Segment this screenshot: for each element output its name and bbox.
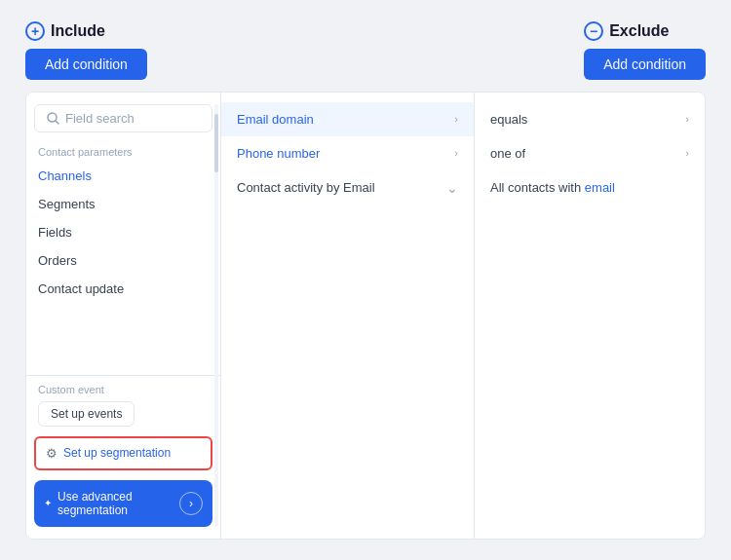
right-panel: equals › one of › All contacts with emai… [475, 93, 705, 539]
custom-event-label: Custom event [26, 384, 220, 395]
option-equals[interactable]: equals › [475, 102, 705, 136]
search-placeholder: Field search [65, 111, 135, 126]
left-sidebar: Field search Contact parameters Channels… [26, 93, 221, 539]
email-domain-label: Email domain [237, 112, 314, 127]
arrow-circle-icon: › [179, 492, 203, 515]
svg-line-1 [56, 121, 58, 124]
sidebar-item-orders[interactable]: Orders [26, 246, 220, 275]
exclude-title: − Exclude [584, 21, 669, 41]
option-one-of[interactable]: one of › [475, 136, 705, 170]
contact-activity-label: Contact activity by Email [237, 180, 375, 195]
field-email-domain[interactable]: Email domain › [221, 102, 474, 136]
main-panel: Field search Contact parameters Channels… [25, 92, 706, 540]
advanced-segmentation-button[interactable]: ✦ Use advanced segmentation › [34, 480, 212, 527]
set-up-segmentation-button[interactable]: ⚙ Set up segmentation [34, 436, 212, 470]
sidebar-item-contact-update[interactable]: Contact update [26, 275, 220, 303]
exclude-icon: − [584, 21, 603, 41]
contact-params-label: Contact parameters [26, 146, 220, 158]
sparkle-icon: ✦ [44, 498, 52, 508]
include-title: + Include [25, 21, 105, 41]
one-of-chevron: › [685, 147, 689, 159]
equals-chevron: › [685, 113, 689, 125]
include-label: Include [51, 22, 105, 40]
all-contacts-text: All contacts with email [475, 170, 705, 205]
sidebar-item-fields[interactable]: Fields [26, 218, 220, 246]
segmentation-label: Set up segmentation [63, 446, 171, 460]
middle-panel: Email domain › Phone number › Contact ac… [221, 93, 475, 539]
exclude-section: − Exclude Add condition [584, 21, 706, 80]
contact-activity-expand-icon: ⌄ [446, 180, 458, 196]
search-box-container[interactable]: Field search [34, 104, 212, 132]
include-section: + Include Add condition [25, 21, 147, 80]
gear-icon: ⚙ [46, 446, 58, 461]
advanced-btn-line1: Use advanced [58, 490, 133, 504]
advanced-btn-line2: segmentation [58, 504, 133, 517]
scroll-thumb [214, 114, 218, 172]
field-phone-number[interactable]: Phone number › [221, 136, 474, 170]
phone-number-chevron: › [454, 147, 458, 159]
sidebar-item-channels[interactable]: Channels [26, 162, 220, 190]
sidebar-item-segments[interactable]: Segments [26, 190, 220, 218]
exclude-label: Exclude [609, 22, 669, 40]
one-of-label: one of [490, 146, 525, 161]
include-icon: + [25, 21, 45, 41]
search-icon [47, 112, 59, 125]
set-up-events-button[interactable]: Set up events [38, 401, 135, 427]
equals-label: equals [490, 112, 527, 127]
all-contacts-link[interactable]: email [585, 180, 615, 195]
phone-number-label: Phone number [237, 146, 320, 161]
include-add-condition-button[interactable]: Add condition [25, 49, 147, 80]
email-domain-chevron: › [454, 113, 458, 125]
field-contact-activity[interactable]: Contact activity by Email ⌄ [221, 170, 474, 205]
scroll-track [214, 104, 218, 527]
exclude-add-condition-button[interactable]: Add condition [584, 49, 706, 80]
